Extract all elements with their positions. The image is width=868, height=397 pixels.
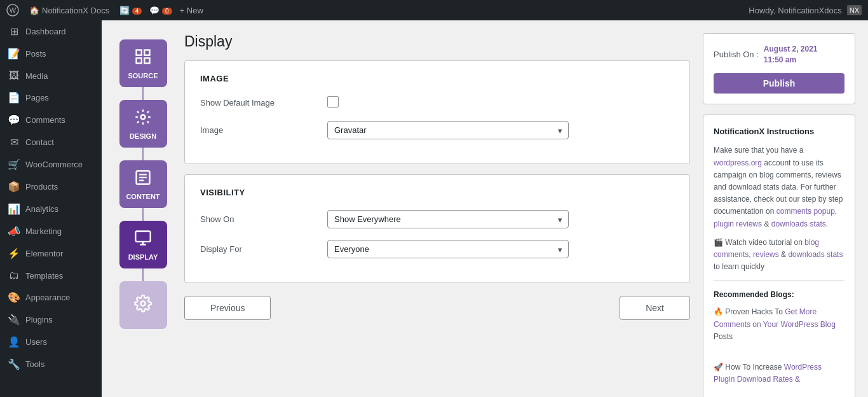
woocommerce-icon: 🛒 — [8, 158, 20, 171]
divider — [714, 281, 844, 281]
settings-step-icon — [134, 295, 152, 316]
show-default-image-checkbox[interactable] — [327, 96, 339, 108]
instructions-title: NotificationX Instructions — [714, 125, 844, 139]
admin-bar: W 🏠 NotificationX Docs 🔄 4 💬 0 + New How… — [0, 0, 868, 20]
publish-button[interactable]: Publish — [714, 73, 844, 94]
pages-icon: 📄 — [8, 92, 20, 104]
design-step-icon — [134, 108, 152, 130]
content-area: Display IMAGE Show Default Image Image — [184, 33, 690, 397]
wp-logo[interactable]: W — [6, 4, 19, 17]
display-for-dropdown[interactable]: Everyone Logged In Users Logged Out User… — [327, 240, 569, 258]
sidebar-item-dashboard[interactable]: ⊞ Dashboard — [0, 20, 102, 43]
reviews-link[interactable]: reviews — [753, 250, 779, 259]
dashboard-icon: ⊞ — [8, 25, 20, 38]
comments-icon: 💬 — [8, 114, 20, 126]
sidebar-item-tools[interactable]: 🔧 Tools — [0, 353, 102, 375]
comments-popup-link[interactable]: comments popup — [776, 207, 835, 216]
show-on-row: Show On Show Everywhere Selected Pages E… — [200, 210, 674, 228]
image-section: IMAGE Show Default Image Image Gravatar … — [184, 60, 690, 164]
sidebar-item-analytics[interactable]: 📊 Analytics — [0, 198, 102, 220]
home-icon: 🏠 — [29, 6, 39, 15]
avatar[interactable]: NX — [847, 5, 862, 15]
image-section-heading: IMAGE — [200, 74, 674, 83]
publish-date-row: Publish On : August 2, 2021 11:50 am — [714, 44, 844, 66]
next-button[interactable]: Next — [620, 296, 690, 320]
connector-1 — [142, 87, 144, 100]
blog1: 🔥 Proven Hacks To Get More Comments on Y… — [714, 306, 844, 343]
wizard-step-design[interactable]: DESIGN — [119, 100, 167, 148]
connector-3 — [142, 208, 144, 221]
wizard-step-display[interactable]: DISPLAY — [119, 221, 167, 268]
wizard-step-source[interactable]: SOURCE — [119, 39, 167, 87]
wizard-step-settings[interactable] — [119, 281, 167, 329]
plugin-reviews-link[interactable]: plugin reviews — [714, 219, 762, 228]
image-dropdown[interactable]: Gravatar Custom Image WordPress Avatar ▾ — [327, 121, 569, 139]
sidebar-item-contact[interactable]: ✉ Contact — [0, 131, 102, 153]
new-button[interactable]: + New — [180, 6, 203, 15]
updates-counter[interactable]: 🔄 4 — [119, 6, 142, 15]
image-row: Image Gravatar Custom Image WordPress Av… — [200, 121, 674, 139]
recommended-title: Recommended Blogs: — [714, 289, 844, 301]
svg-point-14 — [141, 301, 146, 305]
display-step-icon — [134, 229, 152, 251]
display-for-label: Display For — [200, 244, 315, 254]
plugins-icon: 🔌 — [8, 314, 20, 326]
source-step-icon — [134, 48, 152, 69]
show-on-select[interactable]: Show Everywhere Selected Pages Except on… — [327, 210, 569, 228]
instructions-box: NotificationX Instructions Make sure tha… — [703, 115, 855, 397]
admin-bar-items: 🔄 4 💬 0 + New — [119, 6, 203, 15]
show-default-image-row: Show Default Image — [200, 96, 674, 109]
posts-icon: 📝 — [8, 48, 20, 60]
previous-button[interactable]: Previous — [184, 296, 271, 320]
image-select[interactable]: Gravatar Custom Image WordPress Avatar — [327, 121, 569, 139]
elementor-icon: ⚡ — [8, 247, 20, 260]
tools-icon: 🔧 — [8, 358, 20, 370]
products-icon: 📦 — [8, 181, 20, 193]
instructions-body: Make sure that you have a wordpress.org … — [714, 144, 844, 230]
blog1-link[interactable]: Get More Comments on Your WordPress Blog — [714, 307, 836, 328]
show-on-dropdown[interactable]: Show Everywhere Selected Pages Except on… — [327, 210, 569, 228]
marketing-icon: 📣 — [8, 225, 20, 237]
svg-rect-2 — [137, 50, 142, 55]
sidebar-item-pages[interactable]: 📄 Pages — [0, 87, 102, 109]
sidebar-item-products[interactable]: 📦 Products — [0, 176, 102, 198]
show-default-image-control — [327, 96, 674, 109]
wordpress-org-link[interactable]: wordpress.org — [714, 158, 762, 167]
sidebar-item-comments[interactable]: 💬 Comments — [0, 109, 102, 131]
media-icon: 🖼 — [8, 70, 20, 81]
wizard-step-content[interactable]: CONTENT — [119, 160, 167, 208]
blog2-link[interactable]: WordPress Plugin Download Rates & — [714, 363, 822, 384]
sidebar-item-users[interactable]: 👤 Users — [0, 331, 102, 353]
dl-stats-link[interactable]: downloads stats — [788, 250, 843, 259]
svg-text:W: W — [10, 6, 17, 14]
downloads-stats-link[interactable]: downloads stats — [771, 219, 826, 228]
show-on-control: Show Everywhere Selected Pages Except on… — [327, 210, 674, 228]
display-for-control: Everyone Logged In Users Logged Out User… — [327, 240, 674, 258]
connector-2 — [142, 148, 144, 160]
content-step-icon — [134, 169, 152, 190]
display-for-row: Display For Everyone Logged In Users Log… — [200, 240, 674, 258]
howdy-text: Howdy, NotificationXdocs — [749, 6, 841, 15]
contact-icon: ✉ — [8, 136, 20, 148]
visibility-section: VISIBILITY Show On Show Everywhere Selec… — [184, 174, 690, 283]
svg-rect-11 — [135, 231, 150, 241]
visibility-section-heading: VISIBILITY — [200, 188, 674, 197]
connector-4 — [142, 268, 144, 281]
admin-bar-right: Howdy, NotificationXdocs NX — [749, 5, 862, 15]
display-for-select[interactable]: Everyone Logged In Users Logged Out User… — [327, 240, 569, 258]
svg-point-6 — [141, 115, 146, 119]
sidebar-item-plugins[interactable]: 🔌 Plugins — [0, 309, 102, 331]
sidebar-item-posts[interactable]: 📝 Posts — [0, 43, 102, 65]
sidebar-item-appearance[interactable]: 🎨 Appearance — [0, 286, 102, 309]
sidebar-item-elementor[interactable]: ⚡ Elementor — [0, 242, 102, 265]
sidebar-item-templates[interactable]: 🗂 Templates — [0, 265, 102, 286]
sidebar-item-media[interactable]: 🖼 Media — [0, 65, 102, 87]
site-name[interactable]: 🏠 NotificationX Docs — [29, 6, 109, 15]
svg-rect-4 — [137, 58, 142, 63]
comments-counter[interactable]: 💬 0 — [149, 6, 172, 15]
image-select-wrapper: Gravatar Custom Image WordPress Avatar ▾ — [327, 121, 674, 139]
sidebar-item-woocommerce[interactable]: 🛒 WooCommerce — [0, 153, 102, 176]
publish-label: Publish On : — [714, 50, 759, 59]
video-tutorial: 🎬 Watch video tutorial on blog comments,… — [714, 237, 844, 274]
sidebar-item-marketing[interactable]: 📣 Marketing — [0, 220, 102, 242]
